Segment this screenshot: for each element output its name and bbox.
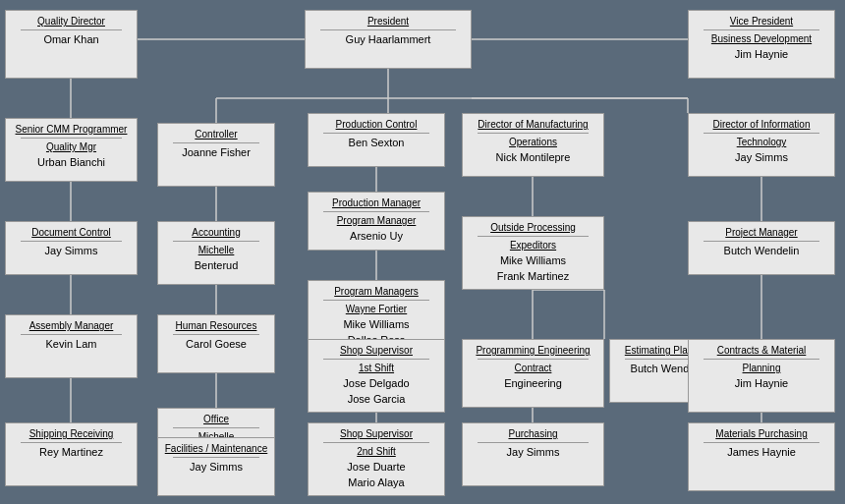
vp-bizdev-title: Vice President [694, 15, 829, 28]
prod-control-name-0: Ben Sexton [313, 136, 439, 149]
accounting-name-1: Benterud [163, 258, 269, 272]
outside-proc-name-1: Mike Williams [468, 253, 598, 267]
contracts-name-1: Jim Haynie [694, 376, 829, 390]
controller-title: Controller [163, 128, 269, 140]
program-mgrs-name-0: Wayne Fortier [313, 303, 439, 315]
accounting-name-0: Michelle [163, 244, 269, 256]
dir-it-name-0: Technology [694, 136, 829, 148]
president-title: President [310, 15, 466, 28]
president-name-0: Guy Haarlammert [310, 32, 466, 46]
purchasing-title: Purchasing [468, 427, 598, 440]
prog-eng-name-0: Contract [468, 362, 598, 374]
dir-it: Director of InformationTechnologyJay Sim… [688, 113, 835, 177]
dir-mfg-name-0: Operations [468, 136, 598, 148]
doc-control-name-0: Jay Simms [11, 244, 132, 257]
shop-sup-1st-name-0: 1st Shift [313, 362, 439, 374]
contracts-name-0: Planning [694, 362, 829, 374]
program-mgrs-title: Program Managers [313, 285, 439, 298]
shop-sup-1st: Shop Supervisor1st ShiftJose DelgadoJose… [308, 339, 445, 413]
shop-sup-2nd-name-2: Mario Alaya [313, 476, 439, 489]
facilities-name-0: Jay Simms [163, 460, 269, 474]
dir-mfg: Director of ManufacturingOperationsNick … [462, 113, 604, 177]
senior-cmm-name-0: Quality Mgr [11, 140, 132, 153]
quality-director-name-0: Omar Khan [11, 32, 132, 46]
outside-proc: Outside ProcessingExpeditorsMike William… [462, 216, 604, 290]
vp-bizdev-name-0: Business Development [694, 32, 829, 45]
hr-name-0: Carol Goese [163, 337, 269, 351]
vp-bizdev-name-1: Jim Haynie [694, 47, 829, 61]
senior-cmm-name-1: Urban Bianchi [11, 155, 132, 169]
shipping: Shipping ReceivingRey Martinez [5, 422, 138, 486]
purchasing: PurchasingJay Simms [462, 422, 604, 486]
purchasing-name-0: Jay Simms [468, 445, 598, 459]
shop-sup-2nd-title: Shop Supervisor [313, 427, 439, 440]
president: PresidentGuy Haarlammert [305, 10, 472, 69]
assembly-mgr-title: Assembly Manager [11, 319, 132, 332]
proj-mgr-title: Project Manager [694, 226, 829, 239]
materials-title: Materials Purchasing [694, 427, 829, 440]
controller-name-0: Joanne Fisher [163, 145, 269, 159]
doc-control-title: Document Control [11, 226, 132, 239]
doc-control: Document ControlJay Simms [5, 221, 138, 275]
outside-proc-name-2: Frank Martinez [468, 269, 598, 283]
materials-name-0: James Haynie [694, 445, 829, 459]
shop-sup-1st-title: Shop Supervisor [313, 344, 439, 357]
shop-sup-2nd: Shop Supervisor2nd ShiftJose DuarteMario… [308, 422, 445, 496]
prog-eng-name-1: Engineering [468, 376, 598, 390]
proj-mgr: Project ManagerButch Wendelin [688, 221, 835, 275]
prod-control: Production ControlBen Sexton [308, 113, 445, 167]
assembly-mgr: Assembly ManagerKevin Lam [5, 314, 138, 378]
contracts: Contracts & MaterialPlanningJim Haynie [688, 339, 835, 413]
senior-cmm: Senior CMM ProgrammerQuality MgrUrban Bi… [5, 118, 138, 182]
contracts-title: Contracts & Material [694, 344, 829, 357]
accounting-title: Accounting [163, 226, 269, 239]
shop-sup-2nd-name-1: Jose Duarte [313, 460, 439, 474]
quality-director: Quality DirectorOmar Khan [5, 10, 138, 79]
prod-control-title: Production Control [313, 118, 439, 131]
shop-sup-1st-name-2: Jose Garcia [313, 392, 439, 406]
dir-it-title: Director of Information [694, 118, 829, 131]
prog-eng-title: Programming Engineering [468, 344, 598, 357]
outside-proc-title: Outside Processing [468, 221, 598, 234]
program-mgrs-name-1: Mike Williams [313, 317, 439, 331]
senior-cmm-title: Senior CMM Programmer [11, 123, 132, 136]
prod-mgr-name-0: Program Manager [313, 214, 439, 227]
office-title: Office [163, 413, 269, 425]
prod-mgr: Production ManagerProgram ManagerArsenio… [308, 192, 445, 251]
dir-mfg-name-1: Nick Montilepre [468, 150, 598, 164]
shipping-name-0: Rey Martinez [11, 445, 132, 459]
outside-proc-name-0: Expeditors [468, 239, 598, 252]
shipping-title: Shipping Receiving [11, 427, 132, 440]
facilities-title: Facilities / Maintenance [163, 442, 269, 455]
hr-title: Human Resources [163, 319, 269, 332]
hr: Human ResourcesCarol Goese [157, 314, 275, 373]
controller: ControllerJoanne Fisher [157, 123, 275, 187]
dir-mfg-title: Director of Manufacturing [468, 118, 598, 131]
dir-it-name-1: Jay Simms [694, 150, 829, 164]
proj-mgr-name-0: Butch Wendelin [694, 244, 829, 257]
assembly-mgr-name-0: Kevin Lam [11, 337, 132, 351]
prog-eng: Programming EngineeringContractEngineeri… [462, 339, 604, 408]
quality-director-title: Quality Director [11, 15, 132, 28]
vp-bizdev: Vice PresidentBusiness DevelopmentJim Ha… [688, 10, 835, 79]
facilities: Facilities / MaintenanceJay Simms [157, 437, 275, 496]
shop-sup-1st-name-1: Jose Delgado [313, 376, 439, 390]
prod-mgr-name-1: Arsenio Uy [313, 229, 439, 243]
materials: Materials PurchasingJames Haynie [688, 422, 835, 491]
org-chart: PresidentGuy HaarlammertQuality Director… [0, 0, 845, 504]
prod-mgr-title: Production Manager [313, 196, 439, 209]
accounting: AccountingMichelleBenterud [157, 221, 275, 285]
shop-sup-2nd-name-0: 2nd Shift [313, 445, 439, 458]
